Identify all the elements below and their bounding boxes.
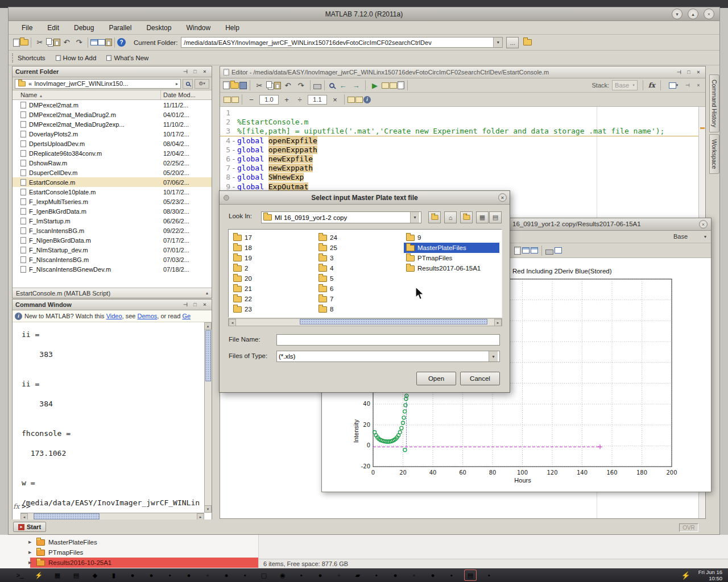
- files-of-type-combo[interactable]: (*.xls) ▾: [276, 351, 500, 362]
- file-row[interactable]: DReplicate96to384conv.m 12/04/2...: [13, 148, 212, 158]
- up-one-level-button[interactable]: ↑: [428, 211, 441, 223]
- app-icon[interactable]: ●: [126, 569, 139, 581]
- folder-item[interactable]: 23: [231, 304, 316, 314]
- taskbar-clock[interactable]: Fri Jun 16 10:50: [698, 569, 722, 581]
- toolbar-separator[interactable]: [88, 38, 88, 48]
- window-shade-button[interactable]: ▾: [672, 9, 682, 19]
- folder-item[interactable]: 24: [316, 232, 404, 243]
- menu-item[interactable]: Window: [179, 24, 218, 32]
- banner-text[interactable]: Demos: [138, 313, 158, 319]
- decrease-value-icon[interactable]: −: [245, 93, 258, 106]
- banner-text[interactable]: Video: [106, 313, 122, 319]
- frame-icon[interactable]: [555, 247, 562, 253]
- toolbar-separator[interactable]: [344, 94, 345, 105]
- actions-menu-button[interactable]: ⚙▾: [195, 79, 209, 89]
- new-script-icon[interactable]: [13, 39, 20, 47]
- app-icon[interactable]: ▪: [445, 569, 458, 581]
- current-folder-header[interactable]: Current Folder ⊣ □ ×: [13, 66, 212, 77]
- scroll-thumb[interactable]: [300, 319, 487, 325]
- power-icon[interactable]: ⚡: [681, 571, 690, 580]
- scroll-right-icon[interactable]: ▸: [494, 319, 502, 326]
- redo-icon[interactable]: ↷: [295, 79, 307, 92]
- column-date[interactable]: Date Mod...: [163, 92, 196, 98]
- editor-icon[interactable]: ▢: [258, 569, 270, 581]
- scroll-thumb[interactable]: [205, 330, 211, 381]
- folder-item[interactable]: Results2017-06-15A1: [404, 263, 499, 273]
- expand-icon[interactable]: ▶: [28, 540, 33, 544]
- toolbar-separator[interactable]: [242, 94, 242, 105]
- command-window-header[interactable]: Command Window ⊣ □ ×: [13, 300, 212, 310]
- current-folder-path-input[interactable]: [181, 37, 503, 48]
- up-one-folder-icon[interactable]: [521, 36, 533, 49]
- back-icon[interactable]: ←: [337, 79, 349, 92]
- tree-row[interactable]: ▶ Results2016-10-25A1: [0, 558, 258, 568]
- home-button[interactable]: ⌂: [444, 211, 457, 223]
- print-icon[interactable]: [545, 250, 553, 255]
- folder-list[interactable]: 171819220212223 2425345678 9MasterPlateF…: [228, 229, 502, 318]
- toolbar-separator[interactable]: [407, 80, 408, 90]
- app-icon[interactable]: ●: [183, 569, 195, 581]
- table-icon[interactable]: [522, 247, 530, 253]
- menu-item[interactable]: Desktop: [139, 24, 179, 32]
- file-row[interactable]: F_IexpMultiTseries.m 05/23/2...: [13, 197, 212, 206]
- folder-item[interactable]: 25: [316, 243, 404, 253]
- file-row[interactable]: F_NIgenBkGrdData.m 07/17/2...: [13, 235, 212, 245]
- toolbar-separator[interactable]: [324, 80, 325, 90]
- menu-item[interactable]: Debug: [67, 24, 101, 32]
- file-row[interactable]: F_IgenBkGrdData.m 08/30/2...: [13, 206, 212, 216]
- help-icon[interactable]: ?: [117, 38, 126, 47]
- scroll-left-icon[interactable]: ◂: [229, 319, 236, 326]
- vertical-scrollbar[interactable]: ▴ ▾: [204, 322, 212, 513]
- terminal-icon[interactable]: >_: [14, 569, 26, 581]
- app-icon[interactable]: ●: [220, 569, 233, 581]
- shortcut-item[interactable]: Shortcuts: [18, 55, 46, 61]
- file-row[interactable]: DshowRaw.m 02/25/2...: [13, 158, 212, 168]
- undo-icon[interactable]: ↶: [60, 36, 73, 49]
- file-row[interactable]: DMPexcel2mat_MediaDrug2exp... 11/10/2...: [13, 119, 212, 129]
- app-icon[interactable]: ▪: [370, 569, 383, 581]
- matlab-titlebar[interactable]: MATLAB 7.12.0 (R2011a): [9, 7, 719, 21]
- profiler-icon[interactable]: [105, 39, 112, 46]
- minimized-panel-tab[interactable]: Workspace: [709, 134, 719, 174]
- column-name[interactable]: Name ▲: [13, 92, 43, 98]
- dock-icon[interactable]: ⊣: [181, 68, 189, 76]
- close-icon[interactable]: ×: [694, 68, 702, 76]
- file-row[interactable]: DpertsUploadDev.m 08/04/2...: [13, 139, 212, 148]
- dock-icon[interactable]: ⊣: [181, 301, 189, 309]
- editor-layout-button[interactable]: ▾: [666, 79, 681, 92]
- run-section-icon[interactable]: [382, 82, 389, 89]
- close-icon[interactable]: ×: [694, 81, 702, 89]
- expand-icon[interactable]: ▶: [28, 560, 33, 565]
- cut-icon[interactable]: ✂: [253, 79, 266, 92]
- file-details-footer[interactable]: EstartConsole.m (MATLAB Script) ▴: [13, 288, 212, 298]
- notes-icon[interactable]: ▮: [107, 569, 120, 581]
- cell-menu-icon[interactable]: [231, 97, 239, 103]
- close-icon[interactable]: ×: [201, 68, 209, 76]
- list-view-button[interactable]: ▤: [489, 211, 502, 223]
- open-file-icon[interactable]: [20, 39, 28, 45]
- window-close-button[interactable]: ×: [704, 9, 714, 19]
- stack-combo[interactable]: Base▾: [612, 80, 638, 90]
- cut-icon[interactable]: ✂: [34, 36, 46, 49]
- file-row[interactable]: DoverlayPlots2.m 10/17/2...: [13, 129, 212, 139]
- folder-item[interactable]: 3: [316, 253, 404, 263]
- app-icon[interactable]: ▪: [483, 569, 495, 581]
- paste-icon[interactable]: [53, 39, 60, 46]
- file-name-input[interactable]: [276, 334, 500, 346]
- redo-icon[interactable]: ↷: [73, 36, 85, 49]
- dock-icon[interactable]: ⊣: [684, 81, 692, 89]
- collapse-icon[interactable]: ▴: [206, 290, 208, 296]
- browser-icon[interactable]: ●: [145, 569, 158, 581]
- app-icon[interactable]: ▪: [295, 569, 308, 581]
- eval-advance-icon[interactable]: [355, 97, 363, 103]
- horizontal-scrollbar[interactable]: ◂ ▸: [228, 318, 502, 326]
- app-icon[interactable]: ▪: [164, 569, 176, 581]
- scroll-down-icon[interactable]: ▾: [204, 505, 212, 513]
- app-icon[interactable]: ●: [427, 569, 439, 581]
- new-script-icon[interactable]: [223, 81, 230, 89]
- app-icon[interactable]: ▪: [239, 569, 251, 581]
- menu-item[interactable]: Help: [218, 24, 247, 32]
- guide-icon[interactable]: [98, 39, 105, 45]
- folder-item[interactable]: 6: [316, 284, 404, 294]
- folder-item[interactable]: 18: [231, 243, 316, 253]
